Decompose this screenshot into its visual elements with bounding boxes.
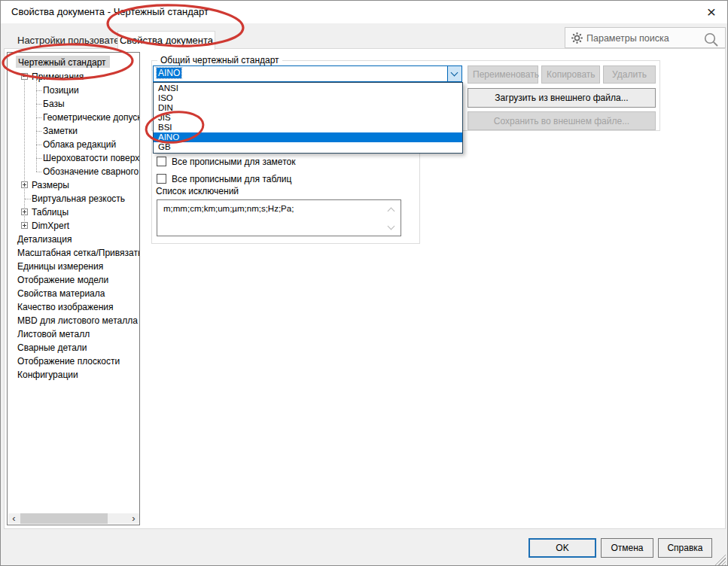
tab-document-properties[interactable]: Свойства документа xyxy=(117,31,215,50)
tree-item-revision-clouds[interactable]: Облака редакций xyxy=(43,138,116,151)
dialog-title: Свойства документа - Чертежный стандарт xyxy=(11,6,209,17)
dropdown-option-din[interactable]: DIN xyxy=(154,103,462,113)
resize-grip[interactable] xyxy=(714,554,726,565)
collapse-icon[interactable] xyxy=(21,73,28,80)
group-title: Общий чертежный стандарт xyxy=(157,55,282,65)
dropdown-option-jis[interactable]: JIS xyxy=(154,113,462,123)
title-bar: Свойства документа - Чертежный стандарт … xyxy=(1,1,727,23)
tree-item-annotations[interactable]: Примечания xyxy=(32,71,84,83)
exclusion-list-value: m;mm;cm;km;um;µm;nm;s;Hz;Pa; xyxy=(163,204,294,213)
dropdown-option-aino[interactable]: AINO xyxy=(154,132,462,142)
standard-dropdown-list: ANSI ISO DIN JIS BSI AINO GB xyxy=(153,82,463,154)
tree-item-detailing[interactable]: Детализация xyxy=(17,233,72,245)
tree-guide-stub xyxy=(36,117,41,118)
tree-item-notes[interactable]: Заметки xyxy=(43,125,78,137)
combobox-value: AINO xyxy=(157,68,181,78)
close-icon[interactable]: × xyxy=(700,2,723,22)
tree-item-weldments[interactable]: Сварные детали xyxy=(17,342,87,354)
tree-guide-line xyxy=(24,77,25,226)
tree-item-surface-finishes[interactable]: Шероховатости поверхности xyxy=(43,152,140,164)
tree-horizontal-scrollbar[interactable]: ‹ › xyxy=(8,513,139,524)
help-button[interactable]: Справка xyxy=(658,538,712,558)
tree-item-configurations[interactable]: Конфигурации xyxy=(17,369,78,381)
tree-item-dimensions[interactable]: Размеры xyxy=(32,179,69,191)
tree-guide-stub xyxy=(36,104,41,105)
tree-item-datums[interactable]: Базы xyxy=(43,98,65,110)
drafting-standard-combobox[interactable]: AINO xyxy=(153,65,462,82)
tree-item-sheet-metal[interactable]: Листовой металл xyxy=(17,328,90,340)
tree-guide-stub xyxy=(36,145,41,145)
expand-icon[interactable] xyxy=(21,208,28,215)
cancel-button[interactable]: Отмена xyxy=(601,538,653,558)
combobox-dropdown-button[interactable] xyxy=(447,66,461,81)
search-icon[interactable] xyxy=(703,32,719,47)
tree-guide-stub xyxy=(36,158,41,159)
tree-item-sheet-metal-mbd[interactable]: MBD для листового металла xyxy=(17,315,138,327)
ok-button[interactable]: OK xyxy=(528,538,596,558)
tree-item-weld-symbols[interactable]: Обозначение сварного шва xyxy=(43,166,140,178)
tree-guide-stub xyxy=(36,90,41,91)
document-properties-dialog: Свойства документа - Чертежный стандарт … xyxy=(0,0,728,566)
dropdown-option-ansi[interactable]: ANSI xyxy=(154,84,462,93)
scrollbar-thumb[interactable] xyxy=(20,513,108,524)
tree-item-balloons[interactable]: Позиции xyxy=(43,84,79,96)
tree-item-image-quality[interactable]: Качество изображения xyxy=(17,301,114,313)
dropdown-option-iso[interactable]: ISO xyxy=(154,93,462,103)
tree-item-grid-snap[interactable]: Масштабная сетка/Привязать xyxy=(17,247,140,259)
tree-item-virtual-sharps[interactable]: Виртуальная резкость xyxy=(32,193,125,205)
settings-tree: Чертежный стандарт Примечания Позиции Ба… xyxy=(7,52,140,525)
tree-item-material-properties[interactable]: Свойства материала xyxy=(17,288,105,300)
tree-item-plane-display[interactable]: Отображение плоскости xyxy=(17,355,120,367)
tree-item-model-display[interactable]: Отображение модели xyxy=(17,274,108,286)
scroll-up-icon[interactable] xyxy=(388,206,394,212)
gear-icon xyxy=(571,32,583,44)
search-input[interactable]: Параметры поиска xyxy=(586,33,669,44)
dropdown-option-gb[interactable]: GB xyxy=(154,142,462,152)
scroll-right-icon[interactable]: › xyxy=(128,513,139,524)
scroll-down-icon[interactable] xyxy=(388,224,394,230)
tree-item-drafting-standard[interactable]: Чертежный стандарт xyxy=(16,56,110,68)
dropdown-option-bsi[interactable]: BSI xyxy=(154,123,462,132)
tree-guide-stub xyxy=(36,131,41,132)
tree-guide-stub xyxy=(25,199,31,199)
dialog-footer: OK Отмена Справка xyxy=(1,529,727,566)
expand-icon[interactable] xyxy=(21,222,28,229)
chevron-down-icon xyxy=(451,69,458,77)
tree-guide-stub xyxy=(36,172,41,172)
scroll-left-icon[interactable]: ‹ xyxy=(8,513,20,524)
exclusion-list-input[interactable]: m;mm;cm;km;um;µm;nm;s;Hz;Pa; xyxy=(157,199,401,236)
expand-icon[interactable] xyxy=(21,181,28,188)
tree-item-dimxpert[interactable]: DimXpert xyxy=(32,220,69,232)
tab-user-settings[interactable]: Настройки пользователя xyxy=(17,35,130,46)
tree-item-units[interactable]: Единицы измерения xyxy=(17,260,103,272)
tree-item-tables[interactable]: Таблицы xyxy=(32,206,69,218)
tree-item-geometric-tolerances[interactable]: Геометрические допуски xyxy=(43,111,140,123)
search-box[interactable]: Параметры поиска xyxy=(565,27,726,48)
